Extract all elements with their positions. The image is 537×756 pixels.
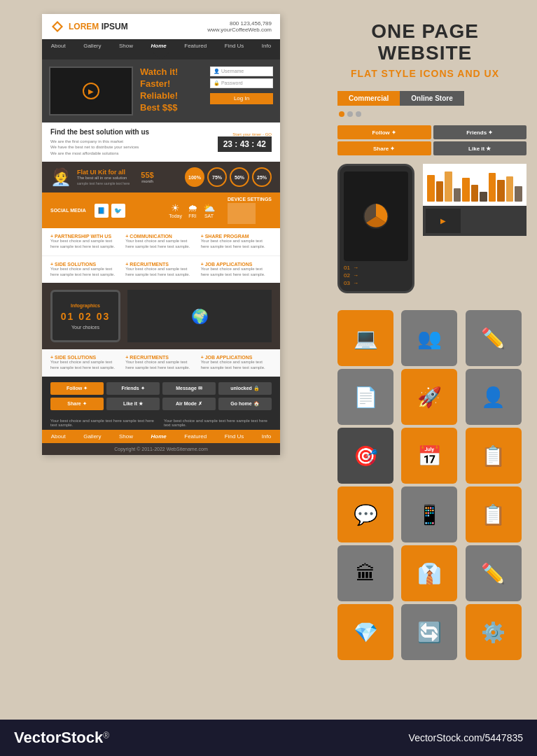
hero-text: Watch it! Faster! Reliable! Best $$$ xyxy=(140,66,203,115)
bar-1 xyxy=(427,175,435,202)
bar-6 xyxy=(471,185,479,202)
cloud-icon: ⛅ xyxy=(203,202,215,214)
like-button[interactable]: Like it ★ xyxy=(106,398,160,410)
feature-3: + SHARE PROGRAM Your best choice and sam… xyxy=(201,234,272,250)
unlocked-button[interactable]: unlocked 🔒 xyxy=(218,382,272,395)
bar-4 xyxy=(454,188,461,202)
footer-info[interactable]: Info xyxy=(262,433,271,440)
phone-section: 01 → 02 → 03 → xyxy=(337,164,526,302)
nav-featured[interactable]: Featured xyxy=(184,43,207,49)
solutions-points: We are the first company in this market … xyxy=(50,139,149,156)
sub-title: FLAT STYLE ICONS AND UX xyxy=(327,68,523,79)
social-icon-2[interactable]: 🐦 xyxy=(111,204,125,218)
phone-screen xyxy=(344,172,408,261)
feature-6: + JOB APPLICATIONS Your best choice and … xyxy=(201,262,272,278)
social-desc: Your best choice and sample text here sa… xyxy=(42,416,280,430)
friends-btn[interactable]: Friends ✦ xyxy=(433,125,527,139)
social-media-label: SOCIAL MEDIA xyxy=(50,208,86,213)
password-field[interactable]: 🔒 Password xyxy=(210,78,273,88)
gohome-button[interactable]: Go home 🏠 xyxy=(218,398,272,410)
icon-pencil: ✏️ xyxy=(466,545,522,601)
feature-5: + RECRUITMENTS Your best choice and samp… xyxy=(125,262,196,278)
icon-clipboard: 📋 xyxy=(466,428,522,484)
username-field[interactable]: 👤 Username xyxy=(210,66,273,76)
nav-show[interactable]: Show xyxy=(119,43,133,49)
kit-avatar: 🧑‍💼 xyxy=(50,167,71,187)
follow-button[interactable]: Follow ✦ xyxy=(50,382,104,395)
circle-75: 75% xyxy=(207,167,227,187)
icon-team: 👥 xyxy=(401,310,457,366)
video-bar: ▶ xyxy=(423,206,526,236)
nav-gallery[interactable]: Gallery xyxy=(83,43,101,49)
icon-refresh: 🔄 xyxy=(401,604,457,660)
social-icon-1[interactable]: 📘 xyxy=(95,204,109,218)
dot-3 xyxy=(356,111,361,117)
footer-about[interactable]: About xyxy=(51,433,66,440)
phone-item-2: 02 → xyxy=(344,272,408,279)
online-store-tab[interactable]: Online Store xyxy=(400,91,463,106)
phone-mockup: 01 → 02 → 03 → xyxy=(337,164,414,293)
friends-button[interactable]: Friends ✦ xyxy=(106,382,160,395)
bar-10 xyxy=(506,176,514,202)
share-btn[interactable]: Share ✦ xyxy=(337,141,431,155)
video-play-icon: ▶ xyxy=(440,217,446,225)
message-button[interactable]: Message ✉ xyxy=(162,382,216,395)
hero-tagline: Watch it! Faster! Reliable! Best $$$ xyxy=(140,66,203,114)
website-mockup: LOREM IPSUM 800 123,456,789 www.yourCoff… xyxy=(42,14,280,455)
nav-info[interactable]: Info xyxy=(262,43,271,49)
bar-5 xyxy=(462,178,470,202)
map-section: 🌍 xyxy=(127,290,272,342)
footer-featured[interactable]: Featured xyxy=(184,433,207,440)
solutions-section: Find the best solution with us We are th… xyxy=(42,122,280,162)
bar-7 xyxy=(480,192,487,202)
footer-gallery[interactable]: Gallery xyxy=(83,433,101,440)
nav-findus[interactable]: Find Us xyxy=(225,43,244,49)
icon-rocket: 🚀 xyxy=(401,369,457,425)
phone-item-3: 03 → xyxy=(344,279,408,287)
feature-b2: + RECRUITMENTS Your best choice and samp… xyxy=(125,355,196,371)
weather-today: ☀ Today xyxy=(169,202,182,218)
nav-home[interactable]: Home xyxy=(151,43,167,49)
bar-2 xyxy=(436,181,444,202)
brand-name: VectorStock xyxy=(14,729,103,746)
mock-nav: About Gallery Show Home Featured Find Us… xyxy=(42,39,280,52)
play-button[interactable]: ▶ xyxy=(83,83,99,99)
follow-btn[interactable]: Follow ✦ xyxy=(337,125,431,139)
like-btn[interactable]: Like it ★ xyxy=(433,141,527,155)
icon-bank: 🏛 xyxy=(337,545,393,601)
icon-list: 📋 xyxy=(466,486,522,542)
bar-3 xyxy=(445,172,452,202)
footer-findus[interactable]: Find Us xyxy=(225,433,244,440)
countdown-timer: 23 : 43 : 42 xyxy=(218,136,272,152)
features-grid: + PARTNERSHIP WITH US Your best choice a… xyxy=(42,228,280,255)
kit-circles: 100% 75% 50% 25% xyxy=(185,167,272,187)
weather-sat: ⛅ SAT xyxy=(203,202,215,218)
mock-video: ▶ xyxy=(49,66,133,115)
rain-icon: 🌧 xyxy=(188,202,197,214)
feature-4: + SIDE SOLUTIONS Your best choice and sa… xyxy=(50,262,121,278)
icon-gem: 💎 xyxy=(337,604,393,660)
feature-1: + PARTNERSHIP WITH US Your best choice a… xyxy=(50,234,121,250)
icon-pen: ✏️ xyxy=(466,310,522,366)
dot-1 xyxy=(339,111,344,117)
main-title: ONE PAGE WEBSITE xyxy=(327,21,523,64)
weather-fri: 🌧 FRI xyxy=(188,202,197,218)
logo-icon xyxy=(50,20,64,34)
share-button[interactable]: Share ✦ xyxy=(50,398,104,410)
footer-home[interactable]: Home xyxy=(151,433,167,440)
social-buttons-section: Follow ✦ Friends ✦ Message ✉ unlocked 🔒 … xyxy=(42,377,280,416)
circle-100: 100% xyxy=(185,167,204,187)
device-settings: DEVICE SETTINGS xyxy=(228,197,272,224)
copyright: Copyright © 2011-2022 WebSitename.com xyxy=(42,443,280,455)
brand-url: VectorStock.com/5447835 xyxy=(409,732,523,743)
nav-about[interactable]: About xyxy=(51,43,66,49)
world-map-icon: 🌍 xyxy=(191,308,209,325)
kit-text: Flat UI Kit for all The best all in one … xyxy=(77,169,130,186)
airmode-button[interactable]: Air Mode ✗ xyxy=(162,398,216,410)
footer-show[interactable]: Show xyxy=(119,433,133,440)
device-settings-label: DEVICE SETTINGS xyxy=(228,197,272,202)
login-button[interactable]: Log In xyxy=(210,93,273,104)
commercial-tab[interactable]: Commercial xyxy=(337,91,400,106)
circle-25: 25% xyxy=(252,167,272,187)
right-panel: Commercial Online Store Follow ✦ Friends… xyxy=(337,91,526,660)
